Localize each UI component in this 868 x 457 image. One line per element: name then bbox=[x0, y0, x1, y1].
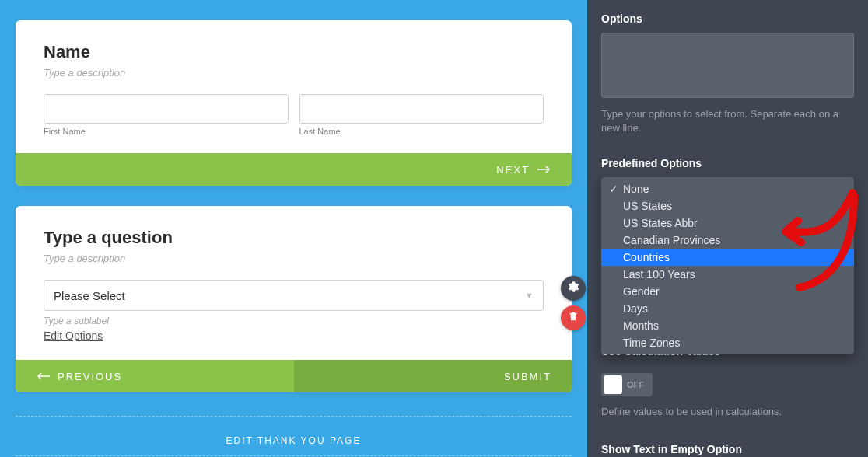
calc-help: Define values to be used in calculations… bbox=[601, 405, 854, 419]
predefined-option[interactable]: Last 100 Years bbox=[601, 266, 854, 283]
predefined-option[interactable]: Canadian Provinces bbox=[601, 232, 854, 249]
question-title[interactable]: Type a question bbox=[44, 228, 544, 248]
first-name-input[interactable] bbox=[44, 94, 289, 124]
select-placeholder: Please Select bbox=[54, 289, 125, 302]
sublabel-input[interactable]: Type a sublabel bbox=[44, 316, 544, 326]
options-help: Type your options to select from. Separa… bbox=[601, 107, 854, 135]
toggle-knob bbox=[604, 375, 622, 394]
gear-icon bbox=[567, 281, 579, 296]
predefined-option[interactable]: Gender bbox=[601, 283, 854, 300]
field-card-dropdown[interactable]: Type a question Type a description Pleas… bbox=[16, 206, 572, 392]
options-title: Options bbox=[601, 12, 854, 25]
question-description[interactable]: Type a description bbox=[44, 253, 544, 264]
settings-button[interactable] bbox=[561, 276, 586, 301]
arrow-right-icon bbox=[537, 164, 551, 176]
edit-options-link[interactable]: Edit Options bbox=[44, 330, 103, 342]
options-textarea[interactable] bbox=[601, 33, 854, 98]
properties-sidebar: Options Type your options to select from… bbox=[587, 0, 868, 457]
field-card-name: Name Type a description First Name Last … bbox=[16, 20, 572, 186]
nav-bar: PREVIOUS SUBMIT bbox=[16, 360, 572, 392]
calc-toggle[interactable]: OFF bbox=[601, 373, 653, 396]
question-description[interactable]: Type a description bbox=[44, 67, 544, 78]
predefined-option[interactable]: Countries bbox=[601, 249, 854, 266]
next-label: NEXT bbox=[496, 164, 530, 176]
predefined-option[interactable]: None bbox=[601, 180, 854, 197]
empty-option-title: Show Text in Empty Option bbox=[601, 443, 854, 455]
next-button[interactable]: NEXT bbox=[16, 153, 572, 186]
field-actions bbox=[561, 276, 586, 330]
submit-label: SUBMIT bbox=[504, 371, 551, 382]
previous-button[interactable]: PREVIOUS bbox=[16, 360, 294, 392]
nav-bar: NEXT bbox=[16, 153, 572, 186]
submit-button[interactable]: SUBMIT bbox=[294, 360, 572, 392]
form-canvas: Name Type a description First Name Last … bbox=[0, 0, 587, 457]
chevron-down-icon: ▼ bbox=[525, 291, 534, 300]
previous-label: PREVIOUS bbox=[58, 371, 122, 382]
predefined-option[interactable]: US States Abbr bbox=[601, 215, 854, 232]
predefined-option[interactable]: Months bbox=[601, 317, 854, 334]
predefined-option[interactable]: Days bbox=[601, 300, 854, 317]
predefined-section: Predefined Options Choose an option to b… bbox=[601, 157, 854, 455]
dropdown-select[interactable]: Please Select ▼ bbox=[44, 280, 544, 311]
question-title[interactable]: Name bbox=[44, 42, 544, 62]
predefined-option[interactable]: Time Zones bbox=[601, 334, 854, 351]
delete-button[interactable] bbox=[561, 305, 586, 330]
arrow-left-icon bbox=[36, 371, 50, 382]
first-name-sublabel: First Name bbox=[44, 127, 289, 136]
edit-thank-you-link[interactable]: EDIT THANK YOU PAGE bbox=[16, 416, 572, 456]
predefined-title: Predefined Options bbox=[601, 157, 854, 169]
last-name-sublabel: Last Name bbox=[299, 127, 544, 136]
trash-icon bbox=[568, 310, 579, 326]
toggle-label: OFF bbox=[627, 380, 644, 389]
predefined-dropdown[interactable]: NoneUS StatesUS States AbbrCanadian Prov… bbox=[601, 177, 854, 354]
predefined-option[interactable]: US States bbox=[601, 197, 854, 215]
last-name-input[interactable] bbox=[299, 94, 544, 124]
